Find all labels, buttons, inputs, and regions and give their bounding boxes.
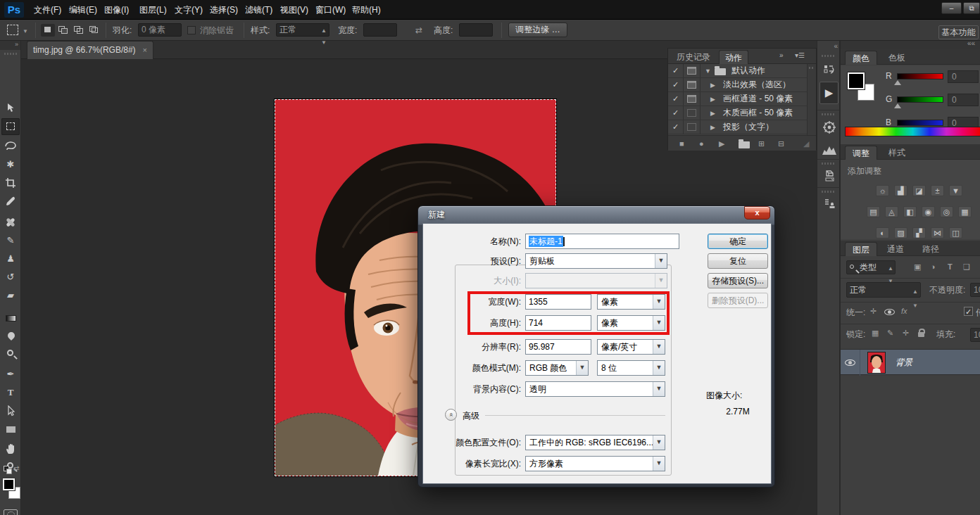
delete-preset-button[interactable]: 删除预设(D)... — [708, 293, 768, 308]
opacity-input[interactable]: 100% — [970, 283, 980, 297]
stop-playing-icon[interactable]: ■ — [679, 136, 684, 151]
type-tool[interactable]: T — [1, 384, 20, 401]
history-brush-tool[interactable]: ↺ — [1, 269, 20, 286]
green-value-input[interactable]: 0 — [948, 94, 979, 106]
action-row[interactable]: ✓ ▶ 木质画框 - 50 像素 — [668, 106, 807, 120]
eyedropper-tool[interactable] — [1, 193, 20, 210]
color-balance-icon[interactable]: ◬ — [885, 206, 898, 217]
action-check-icon[interactable]: ✓ — [668, 64, 684, 77]
unify-position-icon[interactable]: ✛ — [870, 307, 877, 316]
reset-button[interactable]: 复位 — [708, 253, 768, 269]
green-slider-track[interactable] — [897, 96, 943, 103]
layer-row-background[interactable]: 背景 — [841, 349, 980, 375]
dialog-toggle-empty[interactable] — [687, 109, 696, 117]
menu-type[interactable]: 文字(Y) — [170, 0, 207, 20]
gradient-map-icon[interactable]: ⋈ — [931, 227, 944, 239]
expand-panels-icon[interactable]: « — [817, 42, 838, 50]
width-input[interactable] — [363, 23, 397, 37]
vibrance-icon[interactable]: ▼ — [949, 185, 962, 196]
actions-scrollbar[interactable] — [807, 64, 816, 135]
color-foreground-swatch[interactable] — [848, 72, 865, 89]
filter-type-layers-icon[interactable]: T — [948, 262, 953, 271]
filter-shape-layers-icon[interactable]: ❑ — [963, 262, 970, 272]
panel-grip[interactable] — [822, 55, 836, 57]
fill-input[interactable]: 100% — [970, 328, 980, 342]
eraser-tool[interactable]: ▰ — [1, 287, 20, 304]
blend-mode-select[interactable]: 正常 ▲▼ — [846, 282, 921, 298]
history-panel-button[interactable] — [819, 61, 838, 79]
dialog-toggle-icon[interactable] — [687, 95, 696, 103]
clone-source-panel-button[interactable] — [819, 196, 838, 214]
style-select[interactable]: 正常▲▼ — [276, 23, 329, 37]
rectangle-shape-tool[interactable] — [1, 421, 20, 438]
workspace-switcher-button[interactable]: 基本功能 — [938, 25, 979, 39]
dialog-close-button[interactable]: x — [744, 206, 770, 220]
action-check-icon[interactable]: ✓ — [668, 78, 684, 91]
expander-right-icon[interactable]: ▶ — [710, 124, 715, 131]
pen-tool[interactable]: ✒ — [1, 366, 20, 383]
photo-filter-icon[interactable]: ◉ — [922, 206, 935, 217]
layer-visibility-eye-icon[interactable] — [845, 360, 855, 366]
rectangular-marquee-tool[interactable] — [1, 118, 20, 135]
color-spectrum-ramp[interactable] — [845, 127, 980, 136]
invert-icon[interactable]: ◐ — [876, 227, 889, 239]
gradient-tool[interactable] — [1, 310, 20, 326]
filter-pixel-layers-icon[interactable]: ▣ — [914, 262, 921, 272]
new-action-icon[interactable]: ⊞ — [758, 136, 765, 151]
channel-mixer-icon[interactable]: ◎ — [940, 206, 953, 217]
tab-actions[interactable]: 动作 — [719, 50, 748, 64]
resize-grip-icon[interactable]: ◢ — [803, 136, 809, 151]
dialog-toggle-icon[interactable] — [687, 81, 696, 89]
pixel-aspect-select[interactable]: 方形像素▼ — [525, 456, 665, 471]
menu-select[interactable]: 选择(S) — [206, 0, 242, 20]
restore-button[interactable]: ⧉ — [963, 2, 980, 14]
resolution-input[interactable]: 95.987 — [525, 339, 591, 355]
tab-color[interactable]: 颜色 — [845, 51, 877, 65]
panel-grip[interactable] — [822, 113, 836, 115]
expander-right-icon[interactable]: ▶ — [710, 110, 715, 117]
intersect-selection-mode-button[interactable] — [87, 24, 101, 37]
navigator-panel-button[interactable] — [819, 118, 838, 136]
filter-adjustment-layers-icon[interactable]: ◑ — [931, 262, 936, 271]
blue-slider-track[interactable] — [897, 120, 943, 126]
swap-colors-icon[interactable]: ⇄ — [13, 464, 19, 472]
tab-adjustments[interactable]: 调整 — [845, 146, 877, 160]
name-input[interactable]: 未标题-1 — [525, 234, 679, 249]
minimize-button[interactable]: – — [941, 2, 962, 14]
action-row[interactable]: ✓ ▶ 画框通道 - 50 像素 — [668, 92, 807, 106]
advanced-collapse-button[interactable]: « — [445, 409, 457, 421]
layer-filter-select[interactable]: 类型 ▲▼ — [846, 260, 896, 274]
tool-preset-dropdown-icon[interactable]: ▼ — [23, 28, 28, 34]
collapse-panel-icon[interactable]: » — [779, 51, 784, 59]
green-slider-thumb[interactable] — [894, 103, 901, 108]
dialog-toggle-icon[interactable] — [687, 67, 696, 75]
unify-style-icon[interactable]: fx — [901, 307, 907, 315]
dodge-tool[interactable] — [1, 346, 20, 363]
red-slider-thumb[interactable] — [894, 80, 901, 85]
blur-tool[interactable] — [1, 328, 20, 345]
path-selection-tool[interactable] — [1, 402, 20, 419]
menu-window[interactable]: 窗口(W) — [311, 0, 350, 20]
magic-wand-tool[interactable]: ✱ — [1, 156, 20, 173]
tab-close-icon[interactable]: × — [143, 46, 147, 54]
play-selection-icon[interactable]: ▶ — [719, 136, 724, 151]
action-check-icon[interactable]: ✓ — [668, 120, 684, 134]
hue-saturation-icon[interactable]: ▤ — [867, 206, 880, 217]
preset-select[interactable]: 剪贴板▼ — [525, 253, 667, 269]
exposure-icon[interactable]: ± — [931, 185, 944, 196]
action-row-default-set[interactable]: ✓ ▼ 默认动作 — [668, 64, 807, 78]
document-tab[interactable]: timg.jpg @ 66.7%(RGB/8#)× — [27, 41, 153, 59]
feather-input[interactable]: 0 像素 — [138, 23, 182, 37]
action-check-icon[interactable]: ✓ — [668, 92, 684, 106]
refine-edge-button[interactable]: 调整边缘 … — [508, 23, 567, 37]
height-input[interactable] — [459, 23, 493, 37]
action-row[interactable]: ✓ ▶ 投影（文字） — [668, 120, 807, 134]
unify-visibility-icon[interactable] — [884, 309, 895, 315]
expander-right-icon[interactable]: ▶ — [710, 82, 715, 89]
delete-icon[interactable]: ⊟ — [778, 136, 784, 151]
new-selection-mode-button[interactable] — [41, 24, 55, 37]
new-set-icon[interactable] — [739, 141, 750, 148]
move-tool[interactable] — [1, 100, 20, 117]
subtract-selection-mode-button[interactable] — [72, 24, 86, 37]
tab-swatches[interactable]: 色板 — [881, 51, 912, 65]
